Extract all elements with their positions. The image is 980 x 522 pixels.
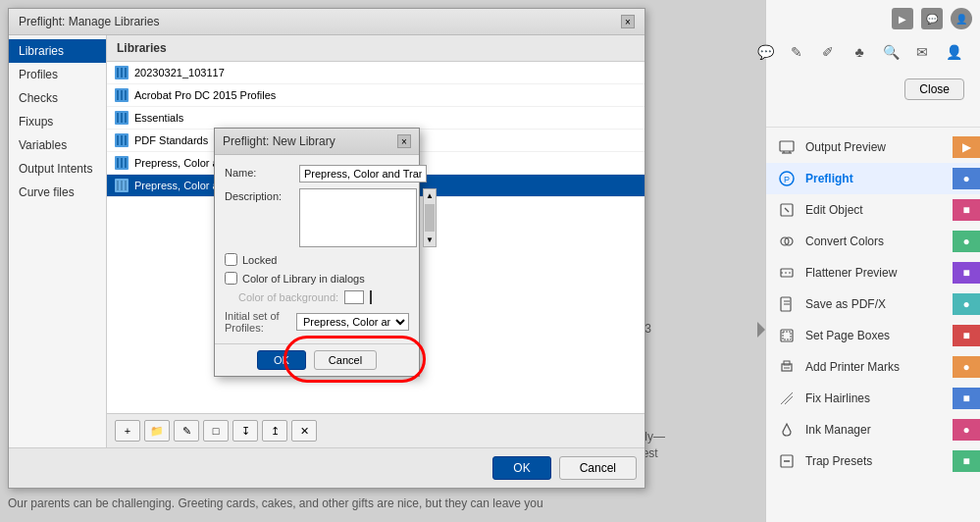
scroll-down[interactable]: ▼ — [424, 234, 436, 246]
chat-icon[interactable]: 💬 — [921, 8, 943, 29]
stamp-icon[interactable]: ♣ — [849, 41, 870, 63]
panel-item-trap-presets[interactable]: Trap Presets ■ — [766, 445, 980, 477]
panel-item-convert-colors[interactable]: Convert Colors ● — [766, 226, 980, 257]
name-input[interactable] — [299, 165, 427, 183]
svg-rect-0 — [780, 141, 794, 151]
edit-object-icon — [778, 201, 796, 219]
manage-title-bar: Preflight: Manage Libraries × — [9, 9, 645, 35]
library-item-2[interactable]: Essentials — [107, 107, 645, 130]
locked-label: Locked — [242, 254, 277, 266]
preflight-icon: P — [778, 170, 796, 187]
cancel-button[interactable]: Cancel — [559, 456, 637, 480]
panel-item-preflight[interactable]: P Preflight ● — [766, 163, 980, 194]
printer-marks-icon-accent: ● — [953, 356, 980, 378]
sidebar-item-curve-files[interactable]: Curve files — [9, 181, 106, 204]
duplicate-button[interactable]: □ — [203, 420, 229, 442]
add-library-button[interactable]: + — [115, 420, 140, 442]
manage-title: Preflight: Manage Libraries — [19, 15, 159, 28]
set-page-boxes-label: Set Page Boxes — [805, 329, 890, 342]
import-button[interactable]: ↧ — [232, 420, 258, 442]
description-textarea-wrap: ▲ ▼ — [299, 188, 437, 247]
library-icon — [115, 111, 129, 125]
color-library-label: Color of Library in dialogs — [242, 273, 365, 285]
panel-item-edit-object[interactable]: Edit Object ■ — [766, 194, 980, 226]
panel-item-fix-hairlines[interactable]: Fix Hairlines ■ — [766, 383, 980, 414]
library-icon — [115, 88, 129, 102]
sidebar-item-checks[interactable]: Checks — [9, 86, 106, 110]
mail-icon[interactable]: ✉ — [911, 41, 933, 63]
ink-manager-label: Ink Manager — [805, 423, 871, 437]
scroll-up[interactable]: ▲ — [424, 189, 436, 202]
manage-close-button[interactable]: × — [621, 15, 635, 28]
pen-icon[interactable]: ✎ — [786, 41, 807, 63]
library-name-1: Acrobat Pro DC 2015 Profiles — [134, 89, 276, 101]
save-pdfx-label: Save as PDF/X — [805, 297, 886, 311]
signature-icon[interactable]: ✐ — [817, 41, 839, 63]
flattener-icon-accent: ■ — [953, 262, 980, 284]
output-preview-label: Output Preview — [805, 140, 886, 154]
new-lib-close-button[interactable]: × — [397, 134, 411, 148]
close-panel-button[interactable]: Close — [904, 78, 964, 100]
panel-item-save-pdfx[interactable]: Save as PDF/X ● — [766, 288, 980, 320]
sidebar-item-profiles[interactable]: Profiles — [9, 63, 106, 86]
close-button-row: Close — [897, 75, 972, 104]
printer-marks-icon — [778, 358, 796, 376]
delete-button[interactable]: ✕ — [291, 420, 317, 442]
fix-hairlines-label: Fix Hairlines — [805, 392, 870, 405]
panel-item-flattener[interactable]: Flattener Preview ■ — [766, 257, 980, 288]
description-textarea[interactable] — [299, 188, 417, 247]
hairlines-icon — [778, 390, 796, 407]
new-lib-footer: OK Cancel — [215, 343, 419, 376]
new-lib-ok-button[interactable]: OK — [257, 350, 306, 370]
initial-set-select[interactable]: Prepress, Color and Trans... — [296, 313, 409, 331]
right-panel: ▶ 💬 👤 💬 ✎ ✐ ♣ 🔍 ✉ 👤 Close Output Preview… — [765, 0, 980, 522]
new-lib-cancel-button[interactable]: Cancel — [314, 350, 377, 370]
new-lib-title-bar: Preflight: New Library × — [215, 129, 419, 155]
panel-item-set-page-boxes[interactable]: Set Page Boxes ■ — [766, 320, 980, 351]
page-boxes-icon-accent: ■ — [953, 325, 980, 346]
svg-line-21 — [785, 396, 793, 404]
description-field-row: Description: ▲ ▼ — [225, 188, 409, 247]
color-picker-box[interactable] — [344, 290, 364, 304]
export-button[interactable]: ↥ — [262, 420, 287, 442]
printer-marks-label: Add Printer Marks — [805, 360, 900, 374]
search-icon[interactable]: 🔍 — [880, 41, 902, 63]
color-library-checkbox[interactable] — [225, 272, 237, 285]
panel-tool-icons: 💬 ✎ ✐ ♣ 🔍 ✉ 👤 — [747, 35, 972, 69]
sidebar-item-output-intents[interactable]: Output Intents — [9, 157, 106, 181]
monitor-icon[interactable]: ▶ — [892, 8, 913, 29]
locked-checkbox[interactable] — [225, 253, 237, 266]
library-name-2: Essentials — [134, 112, 183, 124]
name-label: Name: — [225, 165, 293, 179]
ink-manager-icon-accent: ● — [953, 419, 980, 441]
library-item-0[interactable]: 20230321_103117 — [107, 62, 645, 84]
flattener-label: Flattener Preview — [805, 266, 897, 280]
trap-presets-label: Trap Presets — [805, 454, 872, 468]
new-lib-body: Name: Description: ▲ ▼ Locked Color of L… — [215, 155, 419, 343]
sidebar-item-libraries[interactable]: Libraries — [9, 39, 106, 63]
color-cursor — [370, 290, 372, 304]
panel-item-printer-marks[interactable]: Add Printer Marks ● — [766, 351, 980, 383]
ink-icon — [778, 421, 796, 439]
ok-button[interactable]: OK — [492, 456, 550, 480]
user-icon[interactable]: 👤 — [951, 8, 972, 29]
library-icon — [115, 156, 129, 170]
libraries-header: Libraries — [107, 35, 645, 62]
svg-line-7 — [785, 208, 789, 212]
panel-item-ink-manager[interactable]: Ink Manager ● — [766, 414, 980, 445]
panel-item-output-preview[interactable]: Output Preview ▶ — [766, 131, 980, 163]
sidebar-item-fixups[interactable]: Fixups — [9, 110, 106, 133]
new-lib-title-text: Preflight: New Library — [223, 134, 335, 148]
account-icon[interactable]: 👤 — [943, 41, 964, 63]
sidebar-item-variables[interactable]: Variables — [9, 133, 106, 157]
trap-presets-icon-accent: ■ — [953, 450, 980, 472]
trap-icon — [778, 452, 796, 470]
save-pdfx-icon — [778, 295, 796, 313]
library-name-3: PDF Standards — [134, 134, 208, 146]
folder-button[interactable]: 📁 — [144, 420, 170, 442]
library-item-1[interactable]: Acrobat Pro DC 2015 Profiles — [107, 84, 645, 107]
convert-colors-icon-accent: ● — [953, 231, 980, 252]
library-icon — [115, 133, 129, 147]
comment-icon[interactable]: 💬 — [754, 41, 776, 63]
edit-button[interactable]: ✎ — [174, 420, 199, 442]
